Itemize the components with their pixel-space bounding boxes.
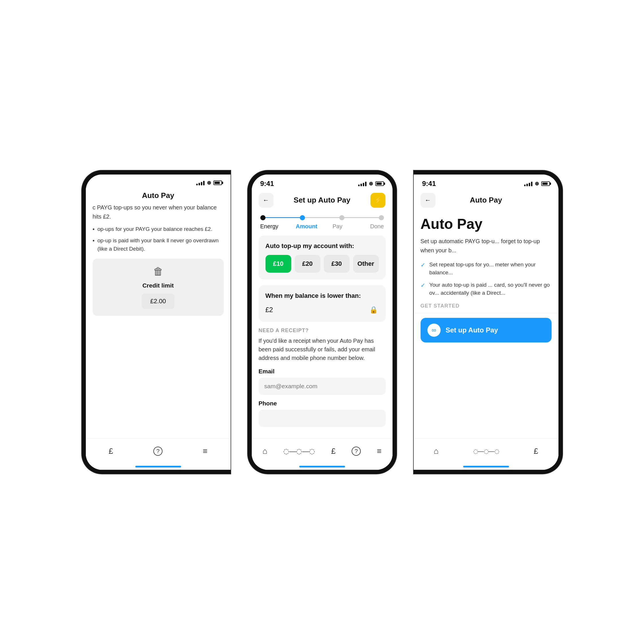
- right-signal: [524, 181, 532, 186]
- center-battery: [375, 181, 384, 186]
- center-signal: [358, 181, 366, 186]
- center-time: 9:41: [260, 180, 274, 188]
- divider: [414, 313, 558, 313]
- right-battery: [541, 181, 550, 186]
- phone-right: 9:41 ⊛ ← Auto Pay: [414, 171, 562, 474]
- step-label-energy: Energy: [260, 223, 291, 230]
- bottom-nav-right: ⌂ ◌—◌—◌ £: [414, 438, 558, 470]
- step-label-done: Done: [353, 223, 384, 230]
- nav-question-center[interactable]: ?: [352, 447, 361, 456]
- step-dot-done: [379, 215, 384, 220]
- question-icon-center: ?: [352, 447, 361, 456]
- nav-home-right[interactable]: ⌂: [434, 447, 439, 456]
- graph-icon-center: ◌—◌—◌: [283, 447, 315, 455]
- check-item-2: ✓ Your auto top-up is paid ... card, so …: [421, 281, 552, 297]
- check-item-1: ✓ Set repeat top-ups for yo... meter whe…: [421, 261, 552, 277]
- balance-card: When my balance is lower than: £2 🔒: [259, 285, 386, 322]
- lightning-button[interactable]: ⚡: [370, 193, 385, 208]
- credit-limit-label: Credit limit: [142, 282, 174, 289]
- topup-card: Auto top-up my account with: £10 £20 £30…: [259, 235, 386, 280]
- right-page-desc: Set up automatic PAYG top-u... forget to…: [421, 237, 552, 255]
- right-back-button[interactable]: ←: [421, 193, 435, 208]
- amount-30-button[interactable]: £30: [324, 255, 350, 273]
- right-time: 9:41: [422, 180, 436, 188]
- center-wifi: ⊛: [369, 181, 373, 187]
- right-nav-title: Auto Pay: [470, 196, 502, 205]
- lightning-icon: ⚡: [374, 197, 382, 204]
- bottom-nav-left: £ ? ≡: [86, 438, 231, 470]
- nav-menu-center[interactable]: ≡: [377, 447, 381, 456]
- wifi-icon: ⊛: [207, 180, 211, 186]
- home-indicator-center: [299, 466, 345, 467]
- step-dot-amount: [300, 215, 305, 220]
- balance-card-title: When my balance is lower than:: [265, 292, 379, 300]
- question-icon-left: ?: [153, 447, 163, 456]
- menu-icon-left: ≡: [203, 447, 207, 456]
- phone-input[interactable]: [259, 410, 386, 427]
- step-dot-energy: [260, 215, 265, 220]
- balance-row: £2 🔒: [265, 305, 379, 315]
- phone-label: Phone: [259, 400, 386, 407]
- check-text-2: Your auto top-up is paid ... card, so yo…: [429, 281, 552, 297]
- email-label: Email: [259, 368, 386, 375]
- nav-graph-right[interactable]: ◌—◌—◌: [473, 448, 499, 455]
- left-desc1: c PAYG top-ups so you never when your ba…: [93, 203, 224, 221]
- home-indicator-left: [135, 466, 181, 467]
- signal-icon: [196, 180, 205, 185]
- infinity-icon: ∞: [427, 324, 441, 337]
- bullet-text-1: op-ups for your PAYG your balance reache…: [98, 225, 213, 233]
- graph-icon-right: ◌—◌—◌: [473, 448, 499, 455]
- step-label-amount: Amount: [291, 223, 322, 230]
- right-header: ← Auto Pay: [414, 190, 558, 211]
- nav-pound-left[interactable]: £: [109, 447, 113, 456]
- bullet-item-1: • op-ups for your PAYG your balance reac…: [93, 225, 224, 233]
- amount-other-button[interactable]: Other: [353, 255, 379, 273]
- bottom-nav-center: ⌂ ◌—◌—◌ £ ? ≡: [252, 438, 393, 470]
- setup-autopay-button[interactable]: ∞ Set up Auto Pay: [421, 318, 552, 342]
- menu-icon-center: ≡: [377, 447, 381, 456]
- amount-10-button[interactable]: £10: [265, 255, 291, 273]
- bullet-dot: •: [93, 225, 95, 233]
- step-dot-pay: [339, 215, 344, 220]
- get-started-label: GET STARTED: [421, 303, 552, 309]
- topup-card-title: Auto top-up my account with:: [265, 242, 379, 250]
- nav-question-left[interactable]: ?: [153, 447, 163, 456]
- center-nav-title: Set up Auto Pay: [294, 196, 350, 205]
- progress-labels: Energy Amount Pay Done: [260, 223, 384, 230]
- amount-buttons: £10 £20 £30 Other: [265, 255, 379, 273]
- step-line-3: [344, 217, 379, 218]
- nav-home-center[interactable]: ⌂: [263, 447, 267, 456]
- delete-icon: 🗑: [153, 265, 163, 278]
- pound-icon-left: £: [109, 447, 113, 456]
- receipt-desc: If you'd like a receipt when your Auto P…: [259, 336, 386, 362]
- receipt-section: NEED A RECEIPT? If you'd like a receipt …: [259, 328, 386, 436]
- home-icon-center: ⌂: [263, 447, 267, 456]
- progress-steps: Energy Amount Pay Done: [252, 211, 393, 235]
- amount-20-button[interactable]: £20: [295, 255, 320, 273]
- setup-btn-label: Set up Auto Pay: [446, 326, 498, 334]
- check-text-1: Set repeat top-ups for yo... meter when …: [429, 261, 552, 277]
- right-back-arrow-icon: ←: [425, 197, 431, 204]
- phone-center: 9:41 ⊛ ← Set up Auto Pay: [248, 171, 397, 474]
- left-nav-title: Auto Pay: [142, 191, 174, 200]
- delete-box: 🗑 Credit limit £2.00: [93, 259, 224, 316]
- nav-menu-left[interactable]: ≡: [203, 447, 207, 456]
- receipt-label: NEED A RECEIPT?: [259, 328, 386, 334]
- home-indicator-right: [463, 466, 509, 467]
- pound-icon-right: £: [534, 447, 538, 456]
- step-label-pay: Pay: [322, 223, 353, 230]
- step-line-1: [265, 217, 300, 218]
- balance-value: £2: [265, 306, 273, 314]
- nav-pound-right[interactable]: £: [534, 447, 538, 456]
- center-back-button[interactable]: ←: [259, 193, 274, 208]
- credit-value: £2.00: [142, 294, 175, 309]
- pound-icon-center: £: [331, 447, 336, 456]
- right-wifi: ⊛: [535, 181, 539, 187]
- email-input[interactable]: [259, 378, 386, 395]
- bullet-dot-2: •: [93, 237, 95, 253]
- check-mark-2: ✓: [421, 281, 425, 297]
- battery-icon: [213, 181, 222, 185]
- back-arrow-icon: ←: [263, 197, 269, 204]
- nav-pound-center[interactable]: £: [331, 447, 336, 456]
- nav-graph-center[interactable]: ◌—◌—◌: [283, 447, 315, 455]
